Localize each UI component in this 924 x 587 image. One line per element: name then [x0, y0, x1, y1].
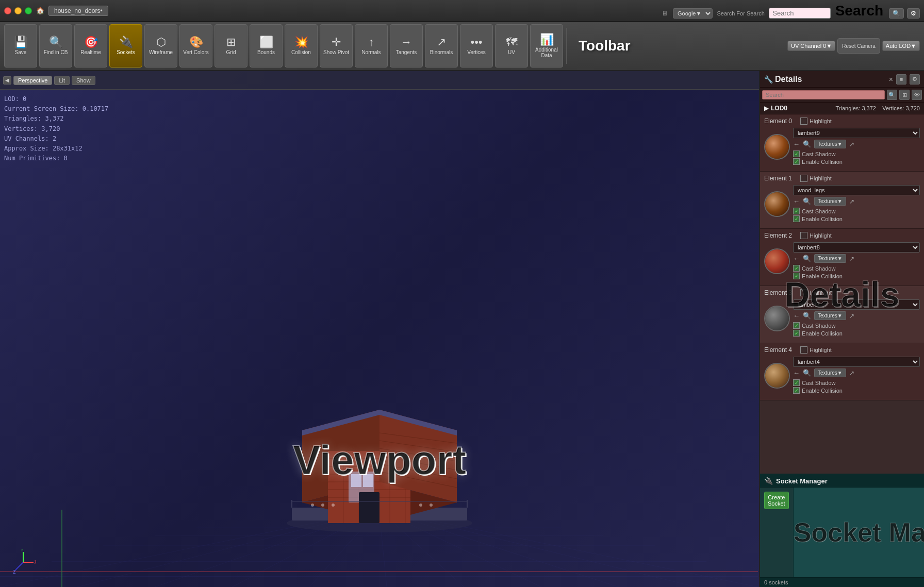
search-input[interactable] [769, 8, 831, 19]
binormals-button[interactable]: ↗ Binormals [425, 24, 458, 68]
details-eye-button[interactable]: 👁 [912, 90, 922, 100]
details-search-input[interactable] [762, 90, 885, 99]
element-1-material-dropdown[interactable]: wood_legs [793, 185, 920, 195]
element-1-enable-collision-checkbox[interactable] [793, 215, 800, 222]
show-button[interactable]: Show [72, 76, 95, 85]
element-3-highlight-checkbox[interactable] [800, 289, 807, 296]
uv-channel-dropdown[interactable]: UV Channel 0▼ [787, 41, 835, 51]
element-1-nav-arrow[interactable]: ↗ [849, 198, 854, 205]
element-1-cast-shadow-checkbox[interactable] [793, 208, 800, 214]
element-1-actions: ← 🔍 Textures▼ ↗ [793, 197, 920, 206]
element-0-header: Element 0 Highlight [764, 118, 920, 125]
tangents-button[interactable]: → Tangents [390, 24, 423, 68]
uv-button[interactable]: 🗺 UV [495, 24, 528, 68]
element-0-material-dropdown[interactable]: lambert9 [793, 128, 920, 138]
settings-icon-button[interactable]: ⚙ [907, 8, 920, 19]
maximize-window-button[interactable] [25, 7, 32, 14]
scene-3d [0, 90, 759, 587]
element-0-search-button[interactable]: 🔍 [803, 140, 811, 148]
vertices-button[interactable]: ••• Vertices [460, 24, 493, 68]
element-3-material-info: lambert7 ← 🔍 Textures▼ ↗ [793, 299, 920, 338]
element-4-search-button[interactable]: 🔍 [803, 369, 811, 377]
element-3-enable-collision-checkbox[interactable] [793, 330, 800, 337]
element-0-highlight-checkbox[interactable] [800, 118, 807, 125]
create-socket-button[interactable]: Create Socket [764, 492, 789, 509]
element-item-0: Element 0 Highlight [760, 114, 924, 172]
title-tab[interactable]: house_no_doors• [48, 6, 108, 16]
normals-button[interactable]: ↑ Normals [355, 24, 388, 68]
element-1-back-button[interactable]: ← [793, 197, 800, 205]
element-3-textures-button[interactable]: Textures▼ [814, 311, 846, 320]
element-1-textures-button[interactable]: Textures▼ [814, 197, 846, 206]
element-3-cast-shadow-row: Cast Shadow [793, 322, 920, 329]
find-label: Find in CB [44, 49, 68, 55]
element-2-material-dropdown[interactable]: lambert8 [793, 242, 920, 253]
search-icon-button[interactable]: 🔍 [889, 8, 904, 19]
google-dropdown[interactable]: Google▼ [673, 8, 713, 19]
element-2-search-button[interactable]: 🔍 [803, 255, 811, 262]
element-2-enable-collision-checkbox[interactable] [793, 273, 800, 279]
element-4-highlight-checkbox[interactable] [800, 346, 807, 354]
show-pivot-button[interactable]: ✛ Show Pivot [320, 24, 353, 68]
element-0-enable-collision-checkbox[interactable] [793, 158, 800, 165]
vert-colors-button[interactable]: 🎨 Vert Colors [179, 24, 212, 68]
lod-vertices: Vertices: 3,720 [882, 105, 920, 111]
element-0-back-button[interactable]: ← [793, 140, 800, 148]
element-3-cast-shadow-checkbox[interactable] [793, 322, 800, 329]
bounds-button[interactable]: ⬜ Bounds [250, 24, 283, 68]
element-2-cast-shadow-checkbox[interactable] [793, 265, 800, 272]
element-3-search-button[interactable]: 🔍 [803, 312, 811, 320]
element-1-search-button[interactable]: 🔍 [803, 197, 811, 205]
minimize-window-button[interactable] [14, 7, 22, 14]
element-3-enable-collision-row: Enable Collision [793, 330, 920, 337]
grid-button[interactable]: ⊞ Grid [214, 24, 248, 68]
details-panel-icon: 🔧 [764, 75, 773, 83]
element-3-material-dropdown[interactable]: lambert7 [793, 299, 920, 310]
details-scroll[interactable]: Details Element 0 Highlight [760, 114, 924, 474]
element-3-nav-arrow[interactable]: ↗ [849, 312, 854, 320]
lit-button[interactable]: Lit [54, 76, 70, 85]
element-4-cast-shadow-checkbox[interactable] [793, 379, 800, 386]
normals-label: Normals [361, 49, 381, 55]
element-4-nav-arrow[interactable]: ↗ [849, 370, 854, 377]
element-2-cast-shadow-label: Cast Shadow [802, 265, 835, 272]
element-0-label: Element 0 [764, 118, 800, 125]
details-close-button[interactable]: × [889, 75, 893, 83]
details-search-button[interactable]: 🔍 [887, 90, 897, 100]
viewport[interactable]: ◀ Perspective Lit Show LOD: 0 Current Sc… [0, 71, 759, 587]
save-button[interactable]: 💾 Save [4, 24, 37, 68]
additional-data-button[interactable]: 📊 Additional Data [530, 24, 563, 68]
element-0-textures-button[interactable]: Textures▼ [814, 140, 846, 148]
details-settings-button[interactable]: ⚙ [910, 74, 920, 85]
element-4-actions: ← 🔍 Textures▼ ↗ [793, 368, 920, 377]
element-4-enable-collision-checkbox[interactable] [793, 387, 800, 394]
element-4-back-button[interactable]: ← [793, 369, 800, 377]
right-panel: 🔧 Details × ≡ ⚙ 🔍 ⊞ 👁 ▶ LOD0 Triangles: … [759, 71, 924, 587]
details-view-button[interactable]: ⊞ [899, 90, 910, 100]
perspective-button[interactable]: Perspective [13, 76, 52, 85]
details-list-view-button[interactable]: ≡ [896, 74, 906, 85]
collision-button[interactable]: 💥 Collision [285, 24, 318, 68]
reset-camera-button[interactable]: Reset Camera [837, 38, 880, 54]
element-3-name-row: lambert7 [793, 299, 920, 310]
element-2-highlight-checkbox[interactable] [800, 232, 807, 239]
element-0-cast-shadow-checkbox[interactable] [793, 150, 800, 157]
element-1-highlight-checkbox[interactable] [800, 175, 807, 182]
sockets-button[interactable]: 🔌 Sockets [109, 24, 142, 68]
element-3-back-button[interactable]: ← [793, 312, 800, 320]
element-2-back-button[interactable]: ← [793, 255, 800, 262]
close-window-button[interactable] [4, 7, 11, 14]
element-2-textures-button[interactable]: Textures▼ [814, 254, 846, 263]
bounds-icon: ⬜ [259, 37, 273, 48]
socket-footer: 0 sockets [760, 577, 924, 587]
element-0-nav-arrow[interactable]: ↗ [849, 141, 854, 148]
viewport-expand-button[interactable]: ◀ [3, 76, 11, 85]
element-4-textures-button[interactable]: Textures▼ [814, 368, 846, 377]
element-1-cast-shadow-row: Cast Shadow [793, 208, 920, 214]
auto-lod-dropdown[interactable]: Auto LOD▼ [882, 41, 920, 51]
find-in-cb-button[interactable]: 🔍 Find in CB [39, 24, 72, 68]
element-4-material-dropdown[interactable]: lambert4 [793, 357, 920, 367]
wireframe-button[interactable]: ⬡ Wireframe [144, 24, 177, 68]
realtime-button[interactable]: 🎯 Realtime [74, 24, 107, 68]
element-2-nav-arrow[interactable]: ↗ [849, 255, 854, 262]
